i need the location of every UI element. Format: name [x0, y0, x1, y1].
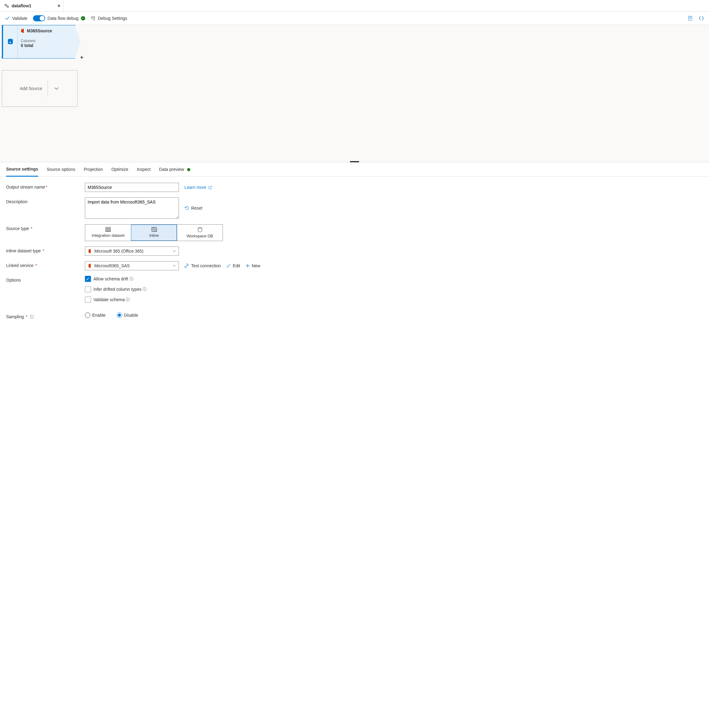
learn-more-label: Learn more: [184, 185, 206, 190]
database-icon: [198, 227, 203, 233]
source-type-label: Source type *: [6, 224, 85, 231]
infer-types-checkbox[interactable]: Infer drifted column types ⓘ: [85, 286, 147, 292]
chevron-down-icon: [172, 249, 176, 253]
edit-icon: [226, 264, 231, 268]
checkbox-icon: [85, 297, 91, 303]
options-label: Options: [6, 276, 85, 282]
source-node[interactable]: M365Source Columns: 0 total +: [2, 25, 75, 58]
document-tab-bar: dataflow1: [0, 0, 709, 12]
connection-icon: [184, 263, 189, 268]
info-icon[interactable]: ⓘ: [130, 276, 133, 282]
add-source-button[interactable]: Add Source: [2, 70, 77, 107]
svg-rect-1: [689, 16, 692, 20]
sampling-disable-radio[interactable]: Disable: [117, 312, 138, 318]
description-input[interactable]: [85, 197, 179, 219]
dataflow-icon: [4, 3, 9, 8]
info-icon[interactable]: ⓘ: [30, 314, 34, 319]
data-preview-label: Data preview: [159, 167, 184, 172]
node-columns-count: 0 total: [21, 43, 72, 48]
document-tab[interactable]: dataflow1: [0, 0, 64, 11]
output-name-input[interactable]: [85, 183, 179, 192]
dataset-icon: [105, 227, 111, 232]
source-dataset-icon: [6, 38, 15, 46]
sampling-enable-radio[interactable]: Enable: [85, 312, 106, 318]
source-type-group: Integration dataset Inline Workspace DB: [85, 224, 223, 241]
debug-toggle[interactable]: Data flow debug: [33, 15, 85, 21]
allow-schema-drift-checkbox[interactable]: ✓ Allow schema drift ⓘ: [85, 276, 133, 282]
code-view-button[interactable]: [699, 16, 704, 21]
plus-icon: [245, 264, 250, 268]
checkmark-icon: [5, 16, 10, 21]
test-connection-button[interactable]: Test connection: [184, 263, 221, 268]
inline-type-value: Microsoft 365 (Office 365): [94, 249, 143, 253]
linked-service-select[interactable]: Microsoft365_SAS: [85, 261, 179, 270]
checkbox-checked-icon: ✓: [85, 276, 91, 282]
source-type-inline[interactable]: Inline: [131, 224, 177, 241]
info-icon[interactable]: ⓘ: [143, 287, 147, 292]
chevron-down-icon: [53, 86, 60, 92]
tab-source-options[interactable]: Source options: [47, 167, 75, 176]
validate-label: Validate: [12, 16, 28, 21]
linked-service-label: Linked service *: [6, 261, 85, 268]
toggle-switch-icon: [33, 15, 45, 21]
debug-settings-label: Debug Settings: [98, 16, 127, 21]
new-button[interactable]: New: [245, 263, 260, 268]
reset-label: Reset: [191, 206, 203, 211]
radio-icon: [85, 312, 90, 318]
script-view-button[interactable]: [688, 16, 693, 21]
learn-more-link[interactable]: Learn more: [184, 185, 212, 190]
status-dot-icon: [187, 168, 190, 171]
debug-label: Data flow debug: [48, 16, 79, 21]
debug-settings-button[interactable]: Debug Settings: [91, 16, 127, 21]
office-icon: [21, 29, 25, 33]
reset-icon: [184, 206, 189, 211]
description-label: Description: [6, 197, 85, 204]
node-columns-label: Columns:: [21, 39, 72, 43]
tab-source-settings[interactable]: Source settings: [6, 167, 38, 177]
source-type-dataset[interactable]: Integration dataset: [85, 224, 131, 241]
unsaved-indicator-icon: [58, 4, 60, 7]
validate-schema-checkbox[interactable]: Validate schema ⓘ: [85, 297, 130, 303]
edit-button[interactable]: Edit: [226, 263, 240, 268]
braces-icon: [699, 16, 704, 21]
output-name-label: Output stream name*: [6, 183, 85, 189]
script-icon: [688, 16, 693, 21]
add-step-button[interactable]: +: [80, 54, 83, 61]
reset-button[interactable]: Reset: [184, 206, 203, 211]
tab-title: dataflow1: [12, 3, 31, 8]
node-title: M365Source: [27, 28, 52, 33]
source-settings-form: Output stream name* Learn more Descripti…: [0, 177, 709, 338]
source-type-workspace[interactable]: Workspace DB: [177, 224, 223, 241]
inline-icon: [152, 227, 157, 232]
linked-service-value: Microsoft365_SAS: [94, 263, 130, 268]
inline-type-label: Inline dataset type *: [6, 246, 85, 253]
validate-button[interactable]: Validate: [5, 16, 28, 21]
divider: [48, 80, 48, 96]
status-ok-icon: [81, 16, 85, 20]
tab-optimize[interactable]: Optimize: [111, 167, 128, 176]
chevron-down-icon: [172, 264, 176, 268]
office-icon: [88, 264, 92, 268]
svg-point-0: [92, 16, 95, 18]
toolbar: Validate Data flow debug Debug Settings: [0, 12, 709, 25]
info-icon[interactable]: ⓘ: [126, 297, 130, 302]
tab-data-preview[interactable]: Data preview: [159, 167, 190, 176]
office-icon: [88, 249, 92, 253]
radio-checked-icon: [117, 312, 122, 318]
add-source-label: Add Source: [20, 86, 42, 91]
tab-projection[interactable]: Projection: [84, 167, 103, 176]
tab-inspect[interactable]: Inspect: [137, 167, 150, 176]
external-link-icon: [208, 185, 212, 189]
checkbox-icon: [85, 286, 91, 292]
debug-settings-icon: [91, 16, 96, 21]
sampling-label: Sampling * ⓘ: [6, 312, 85, 320]
properties-tabs: Source settings Source options Projectio…: [0, 162, 709, 177]
dataflow-canvas[interactable]: M365Source Columns: 0 total + Add Source: [0, 25, 709, 162]
inline-type-select[interactable]: Microsoft 365 (Office 365): [85, 246, 179, 256]
svg-point-5: [198, 227, 202, 229]
